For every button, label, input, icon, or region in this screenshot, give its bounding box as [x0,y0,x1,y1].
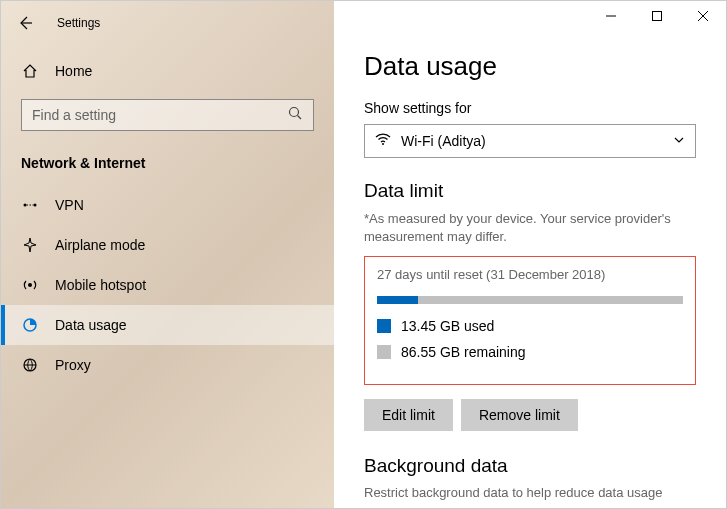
edit-limit-button[interactable]: Edit limit [364,399,453,431]
hotspot-icon [21,277,39,293]
network-selected: Wi-Fi (Aditya) [401,133,486,149]
settings-window: Settings Home Find a setting Network & I… [0,0,727,509]
app-title: Settings [57,16,100,30]
vpn-icon [21,197,39,213]
search-input[interactable]: Find a setting [21,99,314,131]
svg-point-2 [34,204,37,207]
search-placeholder: Find a setting [32,107,116,123]
background-data-note: Restrict background data to help reduce … [364,485,696,500]
sidebar-item-vpn[interactable]: VPN [1,185,334,225]
sidebar-item-data-usage[interactable]: Data usage [1,305,334,345]
home-icon [21,63,39,79]
usage-progress-fill [377,296,418,304]
nav-label: Data usage [55,317,127,333]
maximize-button[interactable] [634,1,680,31]
sidebar-home[interactable]: Home [1,53,334,89]
background-data-heading: Background data [364,455,696,477]
close-button[interactable] [680,1,726,31]
sidebar-section-label: Network & Internet [1,149,334,185]
search-icon [287,105,303,125]
back-button[interactable] [17,13,37,33]
data-limit-heading: Data limit [364,180,696,202]
page-title: Data usage [364,51,696,82]
nav-label: Proxy [55,357,91,373]
used-swatch [377,319,391,333]
remove-limit-button[interactable]: Remove limit [461,399,578,431]
nav-label: Mobile hotspot [55,277,146,293]
network-dropdown[interactable]: Wi-Fi (Aditya) [364,124,696,158]
remaining-text: 86.55 GB remaining [401,344,526,360]
svg-point-1 [24,204,27,207]
chevron-down-icon [673,132,685,150]
legend-used: 13.45 GB used [377,318,683,334]
nav-label: VPN [55,197,84,213]
nav-label: Airplane mode [55,237,145,253]
svg-point-7 [382,143,384,145]
used-text: 13.45 GB used [401,318,494,334]
proxy-icon [21,357,39,373]
sidebar: Settings Home Find a setting Network & I… [1,1,334,508]
wifi-icon [375,132,391,150]
remaining-swatch [377,345,391,359]
sidebar-item-proxy[interactable]: Proxy [1,345,334,385]
usage-progress [377,296,683,304]
svg-point-3 [28,283,32,287]
data-limit-box: 27 days until reset (31 December 2018) 1… [364,256,696,385]
reset-text: 27 days until reset (31 December 2018) [377,267,683,282]
data-limit-note: *As measured by your device. Your servic… [364,210,696,246]
legend-remaining: 86.55 GB remaining [377,344,683,360]
airplane-icon [21,237,39,253]
content-pane: Data usage Show settings for Wi-Fi (Adit… [334,1,726,508]
sidebar-item-hotspot[interactable]: Mobile hotspot [1,265,334,305]
svg-rect-6 [653,12,662,21]
show-settings-label: Show settings for [364,100,696,116]
home-label: Home [55,63,92,79]
sidebar-item-airplane[interactable]: Airplane mode [1,225,334,265]
window-controls [588,1,726,31]
data-usage-icon [21,317,39,333]
svg-point-0 [290,108,299,117]
minimize-button[interactable] [588,1,634,31]
